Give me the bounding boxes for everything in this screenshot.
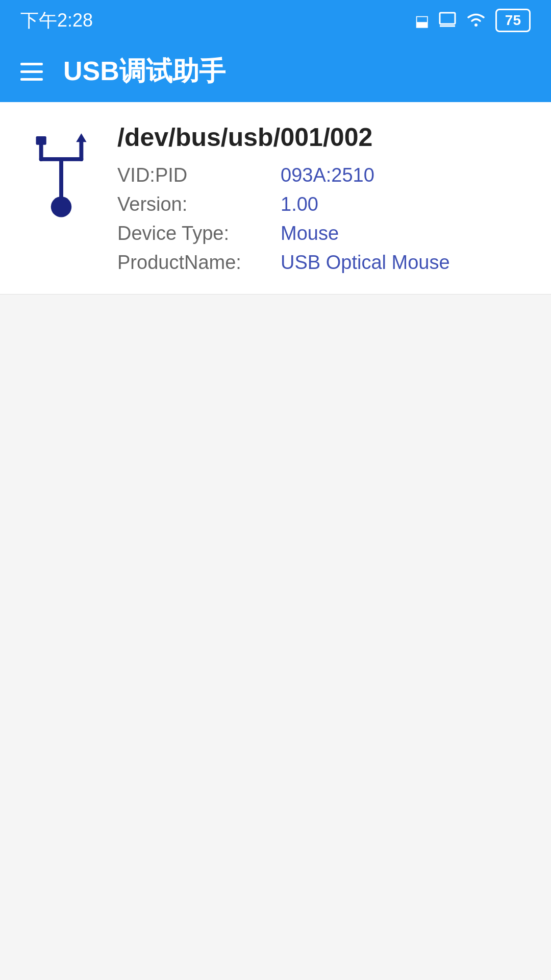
product-name-label: ProductName: xyxy=(117,252,281,274)
version-value: 1.00 xyxy=(281,193,318,215)
status-bar: 下午2:28 ⬓ 75 xyxy=(0,0,551,41)
device-type-label: Device Type: xyxy=(117,223,281,244)
svg-rect-7 xyxy=(36,136,46,145)
usb-icon xyxy=(31,128,92,219)
device-type-row: Device Type: Mouse xyxy=(117,223,525,244)
app-bar: USB调试助手 xyxy=(0,41,551,102)
svg-marker-8 xyxy=(76,133,86,142)
svg-rect-0 xyxy=(440,13,455,24)
content-area: /dev/bus/usb/001/002 VID:PID 093A:2510 V… xyxy=(0,102,551,295)
device-info: /dev/bus/usb/001/002 VID:PID 093A:2510 V… xyxy=(117,122,525,274)
battery-level: 75 xyxy=(505,12,521,29)
app-title-usb: USB xyxy=(63,56,119,86)
bluetooth-icon: ⬓ xyxy=(415,12,429,30)
version-row: Version: 1.00 xyxy=(117,193,525,215)
device-path: /dev/bus/usb/001/002 xyxy=(117,122,525,152)
svg-point-2 xyxy=(474,23,478,27)
vid-pid-label: VID:PID xyxy=(117,164,281,186)
usb-icon-container xyxy=(26,122,97,219)
status-time: 下午2:28 xyxy=(20,8,93,33)
status-icons: ⬓ 75 xyxy=(415,9,531,32)
vid-pid-value: 093A:2510 xyxy=(281,164,374,186)
empty-content-area xyxy=(0,295,551,980)
svg-point-9 xyxy=(51,197,72,217)
version-label: Version: xyxy=(117,193,281,215)
cast-icon xyxy=(438,10,457,32)
device-card[interactable]: /dev/bus/usb/001/002 VID:PID 093A:2510 V… xyxy=(0,102,551,295)
device-type-value: Mouse xyxy=(281,223,339,244)
menu-button[interactable] xyxy=(20,63,43,81)
app-title-rest: 调试助手 xyxy=(119,56,226,86)
wifi-icon xyxy=(466,11,486,31)
vid-pid-row: VID:PID 093A:2510 xyxy=(117,164,525,186)
product-name-row: ProductName: USB Optical Mouse xyxy=(117,252,525,274)
battery-indicator: 75 xyxy=(495,9,531,32)
product-name-value: USB Optical Mouse xyxy=(281,252,450,274)
app-title: USB调试助手 xyxy=(63,54,226,89)
